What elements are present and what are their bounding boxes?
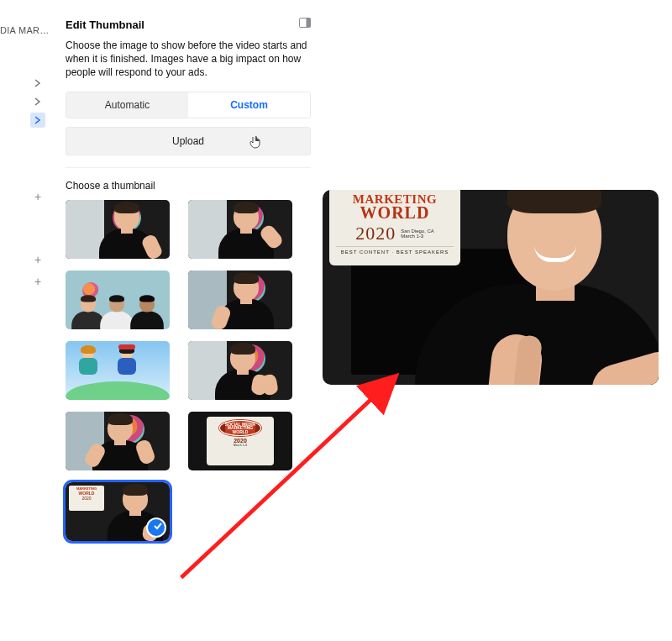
thumbnail-grid: SOCIAL MEDIAMARKETINGWORLD 2020 March 1-…	[66, 200, 311, 541]
chevron-right-icon[interactable]	[30, 113, 45, 128]
cursor-pointer-icon	[249, 135, 261, 151]
event-card-mini: MARKETING WORLD 2020	[69, 486, 104, 511]
thumbnail-option[interactable]	[66, 271, 170, 329]
tab-custom[interactable]: Custom	[188, 92, 310, 118]
choose-thumbnail-label: Choose a thumbnail	[66, 180, 311, 192]
person-portrait	[415, 192, 659, 385]
plus-icon[interactable]: +	[30, 252, 45, 267]
thumbnail-option[interactable]: SOCIAL MEDIAMARKETINGWORLD 2020 March 1-…	[188, 412, 292, 470]
event-year: 2020	[355, 223, 396, 244]
thumbnail-option[interactable]	[66, 341, 170, 400]
chevron-right-icon[interactable]	[30, 94, 45, 109]
thumbnail-option[interactable]	[66, 200, 170, 259]
thumbnail-mode-tabs: Automatic Custom	[66, 92, 311, 118]
check-icon	[153, 519, 163, 534]
thumbnail-option[interactable]	[66, 412, 170, 470]
event-year: 2020	[234, 438, 247, 444]
plus-icon[interactable]: +	[30, 189, 45, 204]
campaign-sidebar: DIA MAR… + + +	[0, 0, 50, 252]
panel-description: Choose the image to show before the vide…	[66, 39, 311, 80]
upload-button[interactable]: Upload	[66, 127, 311, 155]
side-panel-icon[interactable]	[299, 17, 311, 32]
thumbnail-option[interactable]	[188, 271, 292, 329]
panel-title: Edit Thumbnail	[66, 18, 144, 31]
plus-icon[interactable]: +	[30, 274, 45, 289]
thumbnail-option-selected[interactable]: MARKETING WORLD 2020	[66, 482, 170, 541]
thumbnail-preview: MARKETING WORLD 2020 San Diego, CA March…	[323, 190, 659, 385]
upload-label: Upload	[172, 135, 204, 147]
thumbnail-option[interactable]	[188, 341, 292, 400]
thumbnail-option[interactable]	[188, 200, 292, 259]
chevron-right-icon[interactable]	[30, 76, 45, 91]
tab-automatic[interactable]: Automatic	[66, 92, 188, 118]
campaign-label: DIA MAR…	[0, 25, 50, 35]
svg-rect-1	[307, 18, 311, 28]
edit-thumbnail-panel: Edit Thumbnail Choose the image to show …	[66, 17, 311, 541]
event-logo: SOCIAL MEDIAMARKETINGWORLD	[219, 420, 261, 437]
event-date: March 1-3	[234, 444, 247, 447]
